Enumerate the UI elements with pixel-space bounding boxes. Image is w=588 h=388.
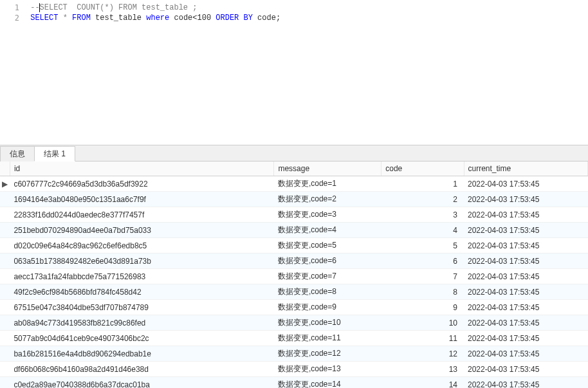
cell-id[interactable]: 5077ab9c04d641ceb9ce49073406bc2c — [10, 331, 274, 346]
cell-message[interactable]: 数据变更,code=9 — [274, 300, 381, 315]
cell-code[interactable]: 1 — [381, 176, 464, 192]
row-indicator-icon — [0, 269, 10, 284]
cell-code[interactable]: 8 — [381, 284, 464, 300]
column-header-id[interactable]: id — [10, 162, 274, 176]
table-row[interactable]: 251bebd070294890ad4ee0a7bd75a033数据变更,cod… — [0, 223, 588, 238]
cell-code[interactable]: 13 — [381, 362, 464, 377]
row-indicator-icon — [0, 315, 10, 331]
code-line[interactable]: SELECT * FROM test_table where code<100 … — [26, 13, 588, 23]
cell-code[interactable]: 7 — [381, 269, 464, 284]
cell-current-time[interactable]: 2022-04-03 17:53:45 — [464, 300, 587, 315]
table-row[interactable]: 063a51b17388492482e6e043d891a73b数据变更,cod… — [0, 254, 588, 269]
cell-current-time[interactable]: 2022-04-03 17:53:45 — [464, 346, 587, 362]
table-row[interactable]: 5077ab9c04d641ceb9ce49073406bc2c数据变更,cod… — [0, 331, 588, 346]
cell-message[interactable]: 数据变更,code=2 — [274, 192, 381, 207]
cell-id[interactable]: ba16b281516e4a4db8d906294edbab1e — [10, 346, 274, 362]
token-number: 100 — [198, 14, 212, 23]
cell-message[interactable]: 数据变更,code=8 — [274, 284, 381, 300]
column-header-message[interactable]: message — [274, 162, 381, 176]
results-pane: id message code current_time ▶c6076777c2… — [0, 162, 588, 388]
cell-current-time[interactable]: 2022-04-03 17:53:45 — [464, 331, 587, 346]
token-text: code; — [253, 14, 280, 23]
cell-message[interactable]: 数据变更,code=13 — [274, 362, 381, 377]
column-header-current-time[interactable]: current_time — [464, 162, 587, 176]
cell-message[interactable]: 数据变更,code=3 — [274, 207, 381, 223]
table-row[interactable]: ab08a94c773d419583fb821c99c86fed数据变更,cod… — [0, 315, 588, 331]
table-row[interactable]: ▶c6076777c2c94669a5d3db36a5df3922数据变更,co… — [0, 176, 588, 192]
cell-code[interactable]: 12 — [381, 346, 464, 362]
cell-current-time[interactable]: 2022-04-03 17:53:45 — [464, 207, 587, 223]
row-indicator-icon — [0, 284, 10, 300]
table-row[interactable]: 1694164e3ab0480e950c1351aa6c7f9f数据变更,cod… — [0, 192, 588, 207]
cell-id[interactable]: 67515e047c38404dbe53df707b874789 — [10, 300, 274, 315]
results-body: ▶c6076777c2c94669a5d3db36a5df3922数据变更,co… — [0, 176, 588, 389]
table-row[interactable]: 49f2c9e6cf984b5686bfd784fc458d42数据变更,cod… — [0, 284, 588, 300]
cell-code[interactable]: 3 — [381, 207, 464, 223]
cell-current-time[interactable]: 2022-04-03 17:53:45 — [464, 223, 587, 238]
row-indicator-icon — [0, 207, 10, 223]
cell-current-time[interactable]: 2022-04-03 17:53:45 — [464, 254, 587, 269]
cell-id[interactable]: d020c09e64a84c89ac962c6ef6edb8c5 — [10, 238, 274, 254]
table-row[interactable]: aecc173a1fa24fabbcde75a771526983数据变更,cod… — [0, 269, 588, 284]
row-indicator-icon — [0, 223, 10, 238]
cell-id[interactable]: aecc173a1fa24fabbcde75a771526983 — [10, 269, 274, 284]
cell-current-time[interactable]: 2022-04-03 17:53:45 — [464, 192, 587, 207]
cell-code[interactable]: 11 — [381, 331, 464, 346]
code-line[interactable]: --SELECT COUNT(*) FROM test_table ; — [26, 3, 588, 13]
cell-message[interactable]: 数据变更,code=10 — [274, 315, 381, 331]
cell-message[interactable]: 数据变更,code=6 — [274, 254, 381, 269]
cell-id[interactable]: ab08a94c773d419583fb821c99c86fed — [10, 315, 274, 331]
cell-id[interactable]: 49f2c9e6cf984b5686bfd784fc458d42 — [10, 284, 274, 300]
results-table[interactable]: id message code current_time ▶c6076777c2… — [0, 162, 588, 388]
cell-current-time[interactable]: 2022-04-03 17:53:45 — [464, 269, 587, 284]
cell-current-time[interactable]: 2022-04-03 17:53:45 — [464, 238, 587, 254]
token-text — [58, 14, 62, 23]
table-row[interactable]: c0ed2a89ae7040388d6b6a37dcac01ba数据变更,cod… — [0, 377, 588, 389]
row-indicator-icon — [0, 377, 10, 389]
cell-current-time[interactable]: 2022-04-03 17:53:45 — [464, 377, 587, 389]
cell-current-time[interactable]: 2022-04-03 17:53:45 — [464, 176, 587, 192]
table-row[interactable]: df66b068c96b4160a98a2d491d46e38d数据变更,cod… — [0, 362, 588, 377]
cell-current-time[interactable]: 2022-04-03 17:53:45 — [464, 315, 587, 331]
column-header-code[interactable]: code — [381, 162, 464, 176]
tab-info[interactable]: 信息 — [0, 146, 35, 162]
cell-code[interactable]: 5 — [381, 238, 464, 254]
table-row[interactable]: d020c09e64a84c89ac962c6ef6edb8c5数据变更,cod… — [0, 238, 588, 254]
cell-code[interactable]: 4 — [381, 223, 464, 238]
cell-message[interactable]: 数据变更,code=11 — [274, 331, 381, 346]
cell-id[interactable]: 251bebd070294890ad4ee0a7bd75a033 — [10, 223, 274, 238]
token-keyword: where — [146, 14, 169, 23]
table-row[interactable]: 22833f16dd0244d0aedec8e377f7457f数据变更,cod… — [0, 207, 588, 223]
cell-message[interactable]: 数据变更,code=5 — [274, 238, 381, 254]
token-star: * — [63, 14, 68, 23]
cell-message[interactable]: 数据变更,code=4 — [274, 223, 381, 238]
table-row[interactable]: 67515e047c38404dbe53df707b874789数据变更,cod… — [0, 300, 588, 315]
cell-current-time[interactable]: 2022-04-03 17:53:45 — [464, 284, 587, 300]
code-area[interactable]: --SELECT COUNT(*) FROM test_table ; SELE… — [26, 0, 588, 145]
cell-message[interactable]: 数据变更,code=1 — [274, 176, 381, 192]
cell-code[interactable]: 6 — [381, 254, 464, 269]
cell-id[interactable]: c6076777c2c94669a5d3db36a5df3922 — [10, 176, 274, 192]
cell-message[interactable]: 数据变更,code=7 — [274, 269, 381, 284]
tab-result-1[interactable]: 结果 1 — [34, 146, 75, 162]
row-indicator-icon — [0, 362, 10, 377]
cell-id[interactable]: df66b068c96b4160a98a2d491d46e38d — [10, 362, 274, 377]
cell-current-time[interactable]: 2022-04-03 17:53:45 — [464, 362, 587, 377]
cell-message[interactable]: 数据变更,code=12 — [274, 346, 381, 362]
cell-code[interactable]: 2 — [381, 192, 464, 207]
cell-message[interactable]: 数据变更,code=14 — [274, 377, 381, 389]
line-number: 2 — [0, 13, 26, 23]
cell-id[interactable]: 063a51b17388492482e6e043d891a73b — [10, 254, 274, 269]
line-number-gutter: 12 — [0, 0, 26, 145]
cell-id[interactable]: 22833f16dd0244d0aedec8e377f7457f — [10, 207, 274, 223]
line-number: 1 — [0, 3, 26, 13]
cell-code[interactable]: 14 — [381, 377, 464, 389]
token-text: test_table — [91, 14, 146, 23]
sql-editor-pane[interactable]: 12 --SELECT COUNT(*) FROM test_table ; S… — [0, 0, 588, 145]
cell-id[interactable]: 1694164e3ab0480e950c1351aa6c7f9f — [10, 192, 274, 207]
cell-id[interactable]: c0ed2a89ae7040388d6b6a37dcac01ba — [10, 377, 274, 389]
cell-code[interactable]: 10 — [381, 315, 464, 331]
row-indicator-icon — [0, 254, 10, 269]
cell-code[interactable]: 9 — [381, 300, 464, 315]
table-row[interactable]: ba16b281516e4a4db8d906294edbab1e数据变更,cod… — [0, 346, 588, 362]
